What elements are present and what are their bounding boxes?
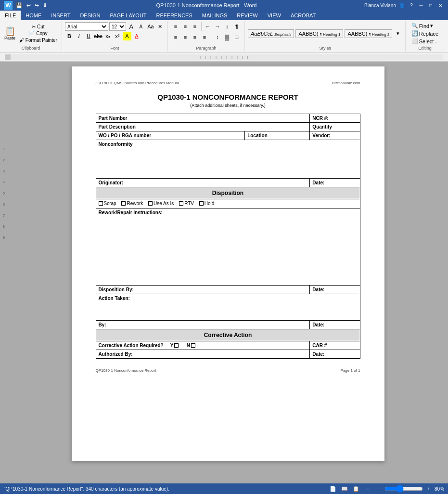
clear-format-btn[interactable]: ✕ [156, 22, 165, 31]
superscript-button[interactable]: x² [113, 32, 122, 40]
restore-btn[interactable]: □ [427, 1, 435, 9]
paragraph-label: Paragraph [196, 46, 216, 51]
scrap-checkbox[interactable] [99, 201, 103, 206]
multilevel-btn[interactable]: ≡ [191, 22, 199, 31]
bold-button[interactable]: B [65, 32, 74, 40]
tab-file[interactable]: FILE [0, 11, 21, 20]
style-heading2[interactable]: AABBC( ¶ Heading 2 [345, 29, 392, 38]
align-left-btn[interactable]: ≡ [171, 33, 180, 41]
ribbon-group-editing: 🔍 Find ▾ 🔄 Replace ⬜ Select - Editing [406, 21, 444, 52]
ribbon-group-clipboard: 📋 Paste ✂ Cut 📄 Copy 🖌 Format Painter Cl… [0, 21, 62, 52]
paste-button[interactable]: 📋 Paste [3, 26, 17, 41]
find-button[interactable]: 🔍 Find ▾ [410, 22, 435, 29]
date-label: Date: [310, 179, 360, 187]
use-as-is-checkbox[interactable] [148, 201, 153, 206]
bullets-btn[interactable]: ≡ [171, 22, 180, 31]
table-row: Part Description Quantity [96, 123, 360, 131]
doc-header-right: Bizmanualz.com [332, 81, 360, 85]
sort-btn[interactable]: ↕ [223, 22, 231, 31]
show-marks-btn[interactable]: ¶ [232, 22, 241, 31]
scrap-option: Scrap [99, 201, 116, 206]
ribbon-content: 📋 Paste ✂ Cut 📄 Copy 🖌 Format Painter Cl… [0, 20, 448, 52]
doc-header: JSO 9001 QMS Policies and Procedures Man… [96, 81, 360, 85]
rtv-option: RTV [179, 201, 194, 206]
replace-button[interactable]: 🔄 Replace [410, 30, 440, 37]
font-label: Font [110, 46, 119, 51]
vendor-label: Vendor: [310, 131, 360, 140]
align-center-btn[interactable]: ≡ [181, 33, 190, 41]
font-shrink-btn[interactable]: A [137, 22, 145, 31]
table-row: Action Taken: [96, 294, 360, 321]
tab-view[interactable]: VIEW [263, 11, 286, 20]
cut-button[interactable]: ✂ Cut [18, 24, 59, 30]
quick-save-btn[interactable]: 💾 [14, 2, 24, 9]
font-color-button[interactable]: A [132, 32, 141, 40]
document-page[interactable]: JSO 9001 QMS Policies and Procedures Man… [72, 66, 384, 461]
help-btn[interactable]: ? [408, 1, 415, 9]
font-size-select[interactable]: 12 [109, 22, 126, 31]
select-button[interactable]: ⬜ Select - [410, 38, 439, 45]
styles-more-btn[interactable]: ▾ [394, 29, 402, 38]
subscript-button[interactable]: x₂ [103, 32, 112, 40]
tab-design[interactable]: DESIGN [75, 11, 105, 20]
minimize-btn[interactable]: ─ [417, 1, 425, 9]
style-emphasis[interactable]: AaBbCcL Emphasis [248, 29, 294, 38]
table-row: Authorized By: Date: [96, 350, 360, 359]
numbering-btn[interactable]: ≡ [181, 22, 190, 31]
find-icon: 🔍 [411, 23, 418, 29]
quick-more-btn[interactable]: ⬇ [41, 2, 49, 9]
hold-checkbox[interactable] [199, 201, 204, 206]
font-grow-btn[interactable]: A [127, 22, 136, 31]
n-checkbox[interactable] [191, 343, 195, 348]
y-option: Y [170, 343, 179, 348]
title-bar-title: QP1030-1 Nonconformance Report - Word [49, 2, 364, 8]
user-icon[interactable]: 👤 [398, 1, 406, 9]
tab-references[interactable]: REFERENCES [152, 11, 197, 20]
disposition-header: Disposition [96, 187, 360, 199]
quick-undo-btn[interactable]: ↩ [25, 2, 32, 9]
y-checkbox[interactable] [174, 343, 179, 348]
increase-indent-btn[interactable]: → [213, 22, 222, 31]
font-case-btn[interactable]: Aa [146, 22, 155, 31]
rework-option: Rework [121, 201, 143, 206]
rework-checkbox[interactable] [121, 201, 126, 206]
style-heading1[interactable]: AABBC( ¶ Heading 1 [295, 29, 343, 38]
quick-redo-btn[interactable]: ↪ [33, 2, 40, 9]
rtv-checkbox[interactable] [179, 201, 183, 206]
decrease-indent-btn[interactable]: ← [204, 22, 212, 31]
use-as-is-option: Use As Is [148, 201, 174, 206]
italic-button[interactable]: I [75, 32, 83, 40]
font-family-select[interactable]: Arial [65, 22, 108, 31]
align-right-btn[interactable]: ≡ [191, 33, 199, 41]
close-btn[interactable]: ✕ [436, 1, 444, 9]
rework-label: Rework/Repair Instructions: [96, 208, 360, 286]
page-area: 1 2 3 4 5 6 7 8 9 JSO 9001 QMS Policies … [0, 62, 448, 479]
table-row: Nonconformity [96, 140, 360, 179]
tab-insert[interactable]: INSERT [46, 11, 75, 20]
date2-label: Date: [310, 286, 360, 294]
shading-btn[interactable]: ▓ [223, 33, 231, 41]
text-highlight-button[interactable]: A [123, 32, 131, 40]
date3-label: Date: [310, 321, 360, 329]
tab-review[interactable]: REVIEW [232, 11, 262, 20]
tab-acrobat[interactable]: ACROBAT [286, 11, 320, 20]
justify-btn[interactable]: ≡ [200, 33, 209, 41]
nonconformity-label: Nonconformity [96, 140, 360, 179]
ribbon-group-font: Arial 12 A A Aa ✕ B I U abc [62, 21, 168, 52]
table-row: Corrective Action [96, 329, 360, 341]
table-row: Rework/Repair Instructions: [96, 208, 360, 286]
tab-mailings[interactable]: MAILINGS [197, 11, 232, 20]
underline-button[interactable]: U [84, 32, 93, 40]
table-row: Scrap Rework Use As Is RTV Hold [96, 199, 360, 208]
copy-button[interactable]: 📄 Copy [18, 30, 59, 37]
ncr-label: NCR #: [310, 114, 360, 123]
border-btn[interactable]: □ [232, 33, 241, 41]
by-label: By: [96, 321, 310, 329]
line-spacing-btn[interactable]: ↕ [213, 33, 222, 41]
user-name: Bianca Viviano [364, 3, 396, 8]
strikethrough-button[interactable]: abc [94, 32, 102, 40]
tab-home[interactable]: HOME [21, 11, 46, 20]
originator-label: Originator: [96, 179, 310, 187]
tab-page-layout[interactable]: PAGE LAYOUT [105, 11, 152, 20]
format-painter-button[interactable]: 🖌 Format Painter [18, 37, 59, 43]
